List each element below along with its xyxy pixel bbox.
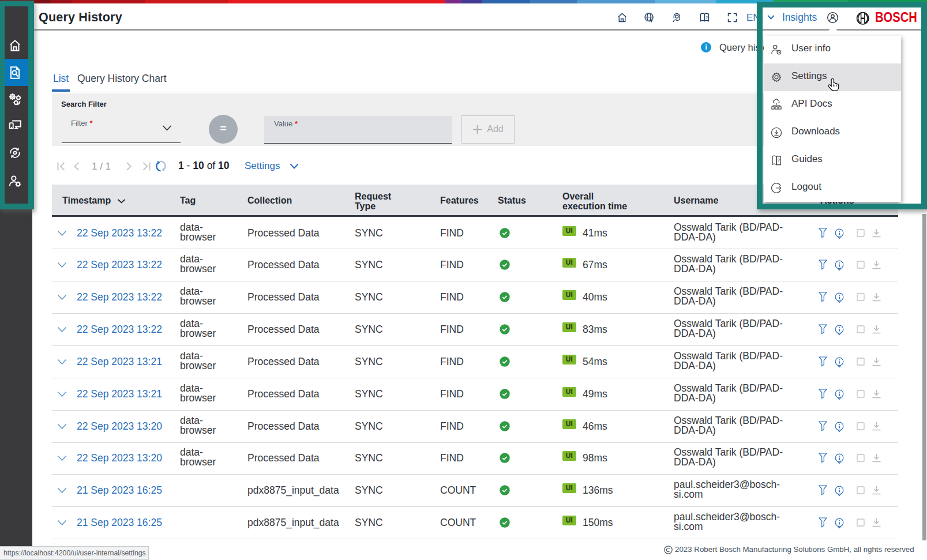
svg-text:?: ? bbox=[705, 15, 708, 20]
